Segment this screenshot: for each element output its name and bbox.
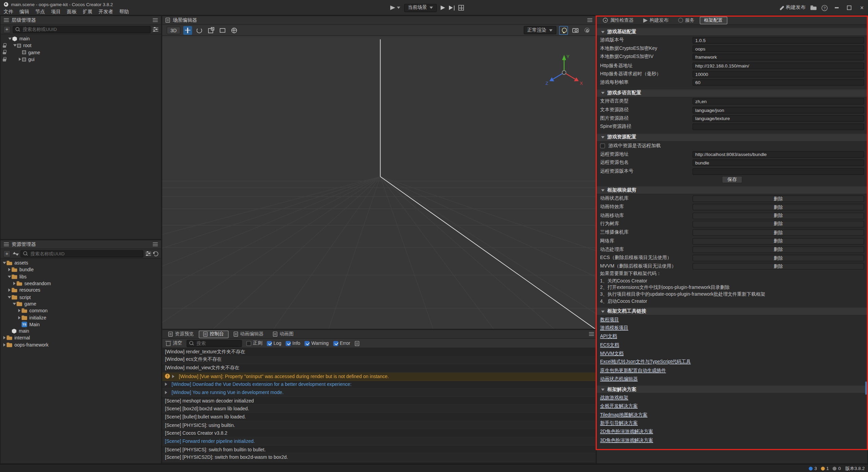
log-row[interactable]: ![Window] [Vue warn]: Property "onInput"… <box>162 373 595 381</box>
message-count-1[interactable]: 1 <box>821 466 829 471</box>
field-input[interactable] <box>692 62 864 69</box>
tree-row[interactable]: game <box>1 300 161 307</box>
inspector-tab-2[interactable]: 服务 <box>673 16 699 24</box>
filter-log[interactable]: Log <box>267 340 281 346</box>
gizmo-space-button[interactable] <box>230 26 239 35</box>
doc-link[interactable]: 游戏模板项目 <box>600 325 628 332</box>
render-mode-select[interactable]: 正常渲染 <box>524 26 556 34</box>
doc-link[interactable]: 战旗游戏框架 <box>600 395 628 401</box>
log-row[interactable]: [Scene] [bullet]:bullet wasm lib loaded. <box>162 413 595 421</box>
expand-arrow-icon[interactable] <box>17 309 22 312</box>
filter-error[interactable]: Error <box>333 340 350 346</box>
tree-row[interactable]: script <box>1 294 161 300</box>
menu-item-0[interactable]: 文件 <box>1 8 17 15</box>
delete-button[interactable]: 删除 <box>692 212 864 219</box>
doc-link[interactable]: 2D角色扮演游戏解决方案 <box>600 429 653 435</box>
delete-button[interactable]: 删除 <box>692 195 864 202</box>
view-settings-button[interactable] <box>583 26 591 35</box>
expand-arrow-icon[interactable] <box>7 289 12 292</box>
expand-arrow-icon[interactable] <box>17 58 22 61</box>
doc-link[interactable]: 新手引导解决方案 <box>600 420 638 427</box>
doc-link[interactable]: API文档 <box>600 333 617 340</box>
tree-row[interactable]: main <box>1 328 161 334</box>
log-row[interactable]: [Scene] Cocos Creator v3.8.2 <box>162 429 595 437</box>
open-folder-icon[interactable] <box>810 5 816 10</box>
log-row[interactable]: [Scene] [box2d]:box2d wasm lib loaded. <box>162 405 595 413</box>
log-row[interactable]: [Window] model_view文件夹不存在 <box>162 365 595 373</box>
save-button[interactable]: 保存 <box>722 176 742 183</box>
rotate-tool-button[interactable] <box>195 26 204 35</box>
section-header[interactable]: 游戏资源配置 <box>597 133 867 141</box>
expand-arrow-icon[interactable] <box>172 375 177 378</box>
doc-link[interactable]: Excel格式转Json文件与TypeScript代码工具 <box>600 359 691 366</box>
tree-row[interactable]: assets <box>1 260 161 267</box>
console-tab-1[interactable]: 控制台 <box>199 330 228 338</box>
section-header[interactable]: 游戏基础配置 <box>597 28 867 36</box>
message-count-0[interactable]: 3 <box>809 466 817 471</box>
close-button[interactable] <box>858 4 866 12</box>
filter-icon[interactable] <box>145 251 151 256</box>
delete-button[interactable]: 删除 <box>692 246 864 253</box>
move-tool-button[interactable] <box>183 26 192 35</box>
collapse-logs-icon[interactable] <box>355 341 359 346</box>
add-node-button[interactable] <box>3 26 11 33</box>
add-asset-button[interactable] <box>3 250 11 257</box>
field-input[interactable] <box>692 98 864 105</box>
expand-arrow-icon[interactable] <box>12 44 17 47</box>
camera-settings-button[interactable] <box>571 26 579 35</box>
tree-row[interactable]: initialize <box>1 314 161 321</box>
doc-link[interactable]: MVVM文档 <box>600 350 624 357</box>
field-input[interactable] <box>692 151 864 158</box>
field-input[interactable] <box>692 107 864 114</box>
filter-warning[interactable]: Warning <box>305 340 329 346</box>
doc-link[interactable]: 3D角色扮演游戏解决方案 <box>600 437 653 444</box>
menu-item-7[interactable]: 帮助 <box>116 8 132 15</box>
console-tab-2[interactable]: 动画编辑器 <box>229 330 268 338</box>
assets-search-input[interactable] <box>31 251 141 256</box>
doc-link[interactable]: ECS文档 <box>600 342 619 349</box>
tree-row[interactable]: Main <box>1 321 161 328</box>
field-input[interactable] <box>692 168 864 175</box>
maximize-button[interactable] <box>845 4 853 12</box>
tree-row[interactable]: seedrandom <box>1 280 161 287</box>
axis-gizmo[interactable]: Y X Z <box>544 51 585 92</box>
scale-tool-button[interactable] <box>206 26 215 35</box>
hierarchy-search-input[interactable] <box>23 26 148 32</box>
inspector-tab-3[interactable]: 框架配置 <box>699 16 727 24</box>
minimize-button[interactable] <box>833 4 841 12</box>
expand-arrow-icon[interactable] <box>7 38 12 40</box>
delete-button[interactable]: 删除 <box>692 255 864 261</box>
play-button[interactable] <box>441 5 445 10</box>
field-input[interactable] <box>692 54 864 61</box>
expand-arrow-icon[interactable] <box>2 262 7 264</box>
menu-item-3[interactable]: 项目 <box>48 8 64 15</box>
tree-row[interactable]: common <box>1 307 161 314</box>
field-input[interactable] <box>692 37 864 44</box>
mode-3d-button[interactable]: 3D <box>166 26 180 34</box>
message-count-2[interactable]: 0 <box>833 466 841 471</box>
delete-button[interactable]: 删除 <box>692 204 864 211</box>
delete-button[interactable]: 删除 <box>692 238 864 244</box>
log-row[interactable]: [Window] Download the Vue Devtools exten… <box>162 381 595 389</box>
field-input[interactable] <box>692 45 864 52</box>
doc-link[interactable]: 动画状态机编辑器 <box>600 376 638 382</box>
rect-tool-button[interactable] <box>218 26 227 35</box>
doc-link[interactable]: 全栈开发解决方案 <box>600 403 638 410</box>
inspector-tab-1[interactable]: 构建发布 <box>638 16 673 24</box>
filter-icon[interactable] <box>153 27 158 32</box>
log-row[interactable]: [Scene] Forward render pipeline initiali… <box>162 437 595 446</box>
doc-link[interactable]: 教程项目 <box>600 316 619 323</box>
tree-row[interactable]: main <box>1 35 161 42</box>
lighting-toggle-button[interactable] <box>559 26 568 35</box>
field-input[interactable] <box>692 79 864 86</box>
lock-icon[interactable] <box>2 50 7 55</box>
panel-menu-icon[interactable] <box>589 332 594 336</box>
expand-arrow-icon[interactable] <box>2 343 7 347</box>
scene-select[interactable]: 当前场景 <box>404 4 437 12</box>
menu-item-4[interactable]: 面板 <box>64 8 80 15</box>
menu-item-6[interactable]: 开发者 <box>96 8 116 15</box>
section-header[interactable]: 游戏多语言配置 <box>597 89 867 97</box>
expand-arrow-icon[interactable] <box>165 391 170 394</box>
log-row[interactable]: [Scene] meshopt wasm decoder initialized <box>162 397 595 405</box>
regex-toggle[interactable]: 正则 <box>246 340 262 347</box>
